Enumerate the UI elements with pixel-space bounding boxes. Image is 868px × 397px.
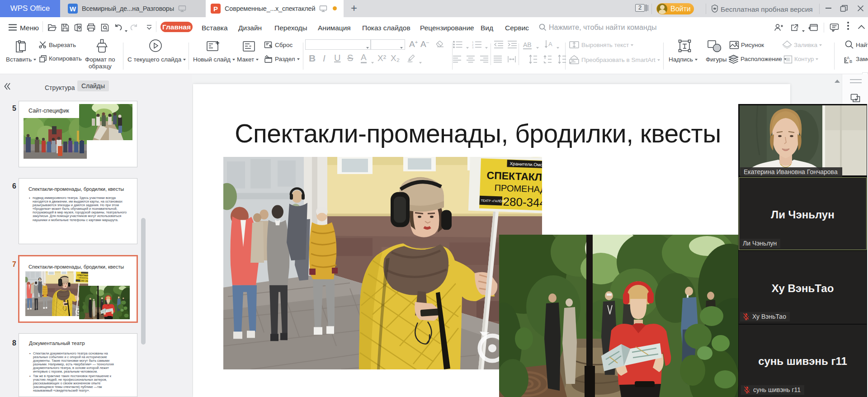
svg-text:3: 3 [472,46,474,48]
svg-text:A: A [548,41,552,47]
svg-text:B: B [849,59,852,64]
